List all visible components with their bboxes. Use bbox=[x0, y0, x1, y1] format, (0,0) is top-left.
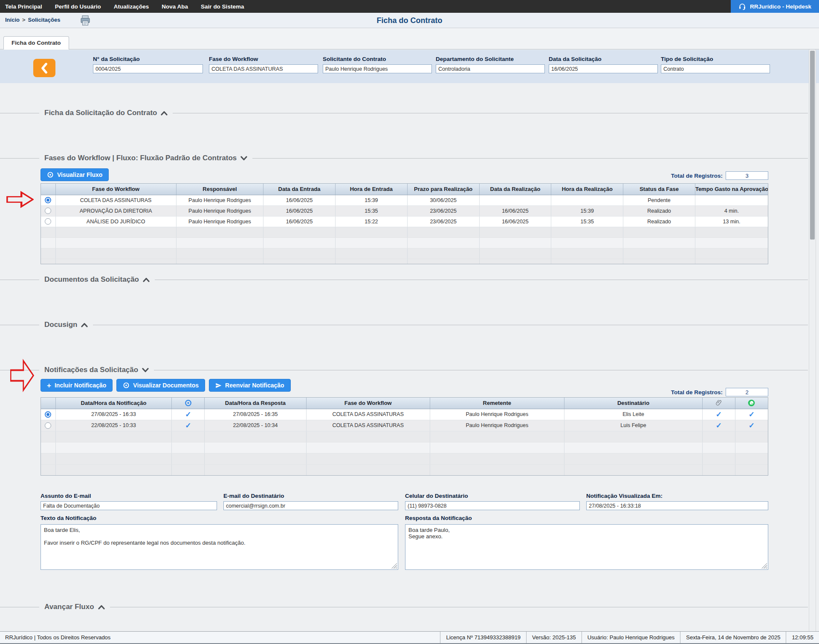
cell-tempo bbox=[695, 195, 768, 205]
cell-remetente: Paulo Henrique Rodrigues bbox=[430, 420, 564, 431]
section-documentos-toggle[interactable]: Documentos da Solicitação bbox=[39, 275, 155, 284]
cell-fase: COLETA DAS ASSINATURAS bbox=[306, 409, 430, 420]
helpdesk-button[interactable]: RRJurídico - Helpdesk bbox=[731, 0, 819, 13]
tipo-solicitacao-input[interactable] bbox=[661, 64, 770, 73]
row-radio[interactable] bbox=[45, 422, 51, 429]
top-menubar: Tela Principal Perfil do Usuário Atualiz… bbox=[0, 0, 819, 13]
chevron-down-icon bbox=[142, 368, 149, 373]
chevron-up-icon bbox=[143, 277, 150, 282]
notifications-total-input[interactable] bbox=[726, 388, 768, 396]
workflow-total-input[interactable] bbox=[726, 171, 768, 180]
tab-ficha-contrato[interactable]: Ficha do Contrato bbox=[3, 36, 69, 49]
fase-workflow-input[interactable] bbox=[209, 64, 318, 73]
footer-time: 12:09:55 bbox=[786, 632, 819, 643]
visualizar-documentos-button[interactable]: Visualizar Documentos bbox=[116, 379, 205, 392]
workflow-row[interactable]: ANÁLISE DO JURÍDICO Paulo Henrique Rodri… bbox=[41, 216, 768, 227]
section-ficha-toggle[interactable]: Ficha da Solicitação do Contrato bbox=[39, 109, 173, 117]
whatsapp-icon bbox=[735, 398, 768, 409]
menu-atualizacoes[interactable]: Atualizações bbox=[114, 3, 149, 10]
celular-destinatario-input[interactable] bbox=[405, 501, 580, 510]
texto-notificacao-textarea[interactable]: Boa tarde Elis, Favor inserir o RG/CPF d… bbox=[41, 524, 398, 570]
footer-version: Versão: 2025-135 bbox=[526, 632, 582, 643]
menu-nova-aba[interactable]: Nova Aba bbox=[162, 3, 188, 10]
field-tipo-solicitacao: Tipo de Solicitação bbox=[661, 56, 770, 73]
cell-data-realizacao: 16/06/2025 bbox=[479, 205, 551, 216]
footer-copyright: RRJurídico | Todos os Direitos Reservado… bbox=[0, 634, 440, 641]
chevron-down-icon bbox=[240, 156, 247, 161]
field-label: Tipo de Solicitação bbox=[661, 56, 770, 62]
cell-tempo: 4 min. bbox=[695, 205, 768, 216]
data-solicitacao-input[interactable] bbox=[549, 64, 658, 73]
menu-sair-sistema[interactable]: Sair do Sistema bbox=[201, 3, 244, 10]
empty-row bbox=[41, 237, 768, 248]
footer-user: Usuário: Paulo Henrique Rodrigues bbox=[582, 632, 680, 643]
section-avancar-toggle[interactable]: Avançar Fluxo bbox=[39, 603, 110, 611]
cell-prazo: 23/06/2025 bbox=[407, 216, 479, 227]
field-departamento: Departamento do Solicitante bbox=[436, 56, 545, 73]
section-notificacoes-toggle[interactable]: Notificações da Solicitação bbox=[39, 366, 154, 374]
empty-row bbox=[41, 259, 768, 264]
cell-hora-realizacao: 15:39 bbox=[551, 205, 623, 216]
check-icon: ✓ bbox=[185, 422, 191, 430]
breadcrumb-bar: Início > Solicitações Ficha do Contrato bbox=[0, 13, 819, 28]
row-radio[interactable] bbox=[45, 218, 51, 225]
cell-tempo: 13 min. bbox=[695, 216, 768, 227]
notifications-table: Data/Hora da Notificação Data/Hora da Re… bbox=[41, 397, 768, 476]
print-icon[interactable] bbox=[79, 14, 91, 26]
field-assunto-email: Assunto do E-mail bbox=[41, 493, 217, 510]
notification-row[interactable]: 22/08/2025 - 10:33 ✓ 22/08/2025 - 10:34 … bbox=[41, 420, 768, 431]
resposta-notificacao-textarea[interactable]: Boa tarde Paulo, Segue anexo. bbox=[405, 524, 768, 570]
departamento-input[interactable] bbox=[436, 64, 545, 73]
field-label: Fase do Workflow bbox=[209, 56, 318, 62]
cell-data-entrada: 16/06/2025 bbox=[263, 205, 336, 216]
col-datahora-notificacao: Data/Hora da Notificação bbox=[55, 398, 172, 409]
section-docusign: Docusign bbox=[0, 320, 808, 330]
footer-bar: RRJurídico | Todos os Direitos Reservado… bbox=[0, 631, 819, 644]
back-button[interactable] bbox=[33, 59, 55, 77]
assunto-email-input[interactable] bbox=[41, 501, 217, 510]
eye-icon bbox=[172, 398, 205, 409]
solicitante-input[interactable] bbox=[323, 64, 432, 73]
col-fase-workflow: Fase do Workflow bbox=[306, 398, 430, 409]
button-label: Incluir Notificação bbox=[55, 382, 106, 389]
section-documentos: Documentos da Solicitação bbox=[0, 274, 808, 285]
email-destinatario-input[interactable] bbox=[223, 501, 398, 510]
vertical-scrollbar[interactable] bbox=[809, 49, 816, 631]
cell-data-realizacao: 16/06/2025 bbox=[479, 216, 551, 227]
eye-icon bbox=[123, 382, 130, 389]
field-label: Assunto do E-mail bbox=[41, 493, 217, 499]
numero-solicitacao-input[interactable] bbox=[93, 64, 203, 73]
scrollbar-thumb[interactable] bbox=[810, 51, 815, 240]
breadcrumb-section[interactable]: Solicitações bbox=[28, 17, 61, 23]
col-prazo: Prazo para Realização bbox=[407, 184, 479, 195]
check-icon: ✓ bbox=[716, 410, 722, 419]
notifications-toolbar: + Incluir Notificação Visualizar Documen… bbox=[41, 379, 291, 392]
row-radio[interactable] bbox=[45, 208, 51, 214]
section-label: Docusign bbox=[44, 321, 77, 329]
paperclip-icon bbox=[703, 398, 735, 409]
notification-row[interactable]: 27/08/2025 - 16:33 ✓ 27/08/2025 - 16:35 … bbox=[41, 409, 768, 420]
empty-row bbox=[41, 227, 768, 237]
visualizar-fluxo-button[interactable]: Visualizar Fluxo bbox=[41, 168, 109, 181]
workflow-row[interactable]: APROVAÇÃO DA DIRETORIA Paulo Henrique Ro… bbox=[41, 205, 768, 216]
reenviar-notificacao-button[interactable]: Reenviar Notificação bbox=[209, 379, 291, 392]
notificacao-visualizada-input[interactable] bbox=[586, 501, 768, 510]
tab-strip: Ficha do Contrato bbox=[0, 28, 819, 49]
row-radio-selected[interactable] bbox=[45, 411, 51, 418]
menu-perfil-usuario[interactable]: Perfil do Usuário bbox=[55, 3, 101, 10]
incluir-notificacao-button[interactable]: + Incluir Notificação bbox=[41, 379, 113, 392]
section-ficha-solicitacao: Ficha da Solicitação do Contrato bbox=[0, 108, 808, 118]
texto-notificacao-label: Texto da Notificação bbox=[41, 515, 96, 521]
row-radio-selected[interactable] bbox=[45, 197, 51, 203]
menu-tela-principal[interactable]: Tela Principal bbox=[5, 3, 42, 10]
breadcrumb-home[interactable]: Início bbox=[5, 17, 20, 23]
col-status: Status da Fase bbox=[623, 184, 695, 195]
section-docusign-toggle[interactable]: Docusign bbox=[39, 321, 93, 329]
section-label: Documentos da Solicitação bbox=[44, 275, 139, 284]
workflow-row[interactable]: COLETA DAS ASSINATURAS Paulo Henrique Ro… bbox=[41, 195, 768, 205]
texto-notificacao-wrap: Boa tarde Elis, Favor inserir o RG/CPF d… bbox=[41, 524, 398, 570]
cell-prazo: 23/06/2025 bbox=[407, 205, 479, 216]
resposta-notificacao-wrap: Boa tarde Paulo, Segue anexo. bbox=[405, 524, 768, 570]
section-fases-toggle[interactable]: Fases do Workflow | Fluxo: Fluxão Padrão… bbox=[39, 154, 252, 162]
col-data-realizacao: Data da Realização bbox=[479, 184, 551, 195]
